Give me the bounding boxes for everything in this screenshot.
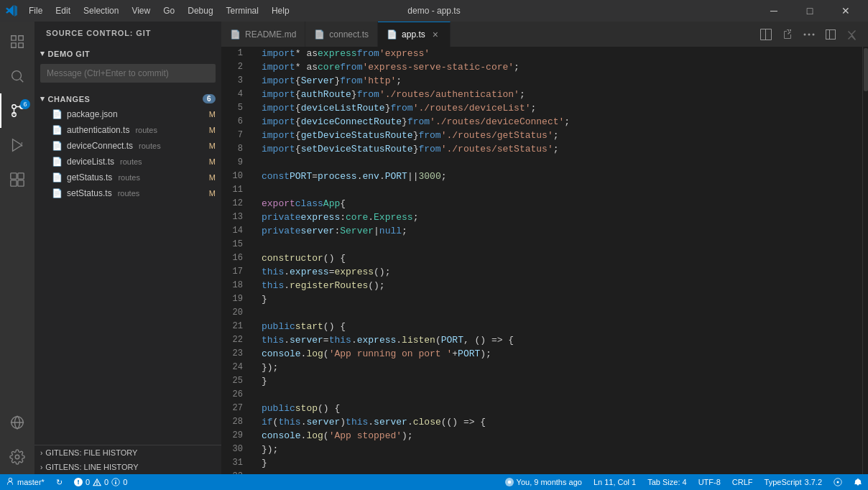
line-number: 17 [221,265,250,279]
svg-point-0 [12,71,22,80]
menu-edit[interactable]: Edit [50,4,76,17]
line-number: 18 [221,279,250,292]
close-button[interactable]: ✕ [829,0,862,22]
code-editor[interactable]: 1234567891011121314151617181920212223242… [221,47,868,474]
file-item-setstatus[interactable]: 📄 setStatus.ts routes M [34,185,221,201]
file-item-devicelist[interactable]: 📄 deviceList.ts routes M [34,154,221,170]
file-route: routes [135,126,157,134]
status-notification[interactable] [848,474,868,490]
branch-icon [6,478,14,486]
menu-selection[interactable]: Selection [78,4,124,17]
svg-point-11 [808,33,811,35]
menu-file[interactable]: File [23,4,48,17]
open-changes-button[interactable] [777,24,798,45]
info-count: 0 [123,478,127,486]
source-control-badge: 6 [20,99,30,109]
status-remote[interactable] [828,474,848,490]
line-number: 26 [221,388,250,402]
activity-remote[interactable] [0,405,34,440]
commit-message-input[interactable] [40,64,216,83]
code-line: import { Server } from 'http'; [262,74,862,88]
status-language[interactable]: TypeScript 3.7.2 [759,474,828,490]
gitlens-line-history-label: GITLENS: LINE HISTORY [45,463,138,471]
line-number: 20 [221,306,250,320]
code-line: this.server = this.express.listen(PORT, … [262,333,862,347]
status-right: You, 9 months ago Ln 11, Col 1 Tab Size:… [499,474,868,490]
line-number: 1 [221,47,250,60]
demo-git-header[interactable]: ▾ DEMO GIT [34,46,221,61]
code-line [262,306,862,320]
status-errors[interactable]: 0 0 0 [68,474,133,490]
menu-debug[interactable]: Debug [182,4,218,17]
status-left: master* ↻ 0 0 0 [0,474,133,490]
chevron-right-icon: › [40,449,42,457]
gitlens-file-history[interactable]: › GITLENS: FILE HISTORY [34,445,221,460]
activity-extensions[interactable] [0,162,34,197]
status-position[interactable]: Ln 11, Col 1 [588,474,642,490]
file-name: deviceList.ts [67,157,114,167]
toggle-sidebar-button[interactable] [821,24,841,45]
activity-source-control[interactable]: 6 [0,93,34,128]
activity-search[interactable] [0,59,34,93]
code-line: import { deviceListRoute } from './route… [262,101,862,115]
tab-connect[interactable]: 📄 connect.ts [305,22,378,47]
activity-run[interactable] [0,128,34,162]
status-gitlens[interactable]: You, 9 months ago [499,474,588,490]
activity-settings[interactable] [0,440,34,474]
code-content[interactable]: import * as express from 'express'import… [256,47,862,474]
tab-label-readme: README.md [245,29,296,40]
code-line [262,388,862,402]
line-number: 30 [221,443,250,456]
error-count: 0 [86,478,90,486]
line-ending-label: CRLF [732,478,753,486]
svg-point-1 [12,105,17,109]
gitlens-line-history[interactable]: › GITLENS: LINE HISTORY [34,460,221,474]
split-editor-button[interactable] [756,24,776,45]
menu-help[interactable]: Help [266,4,295,17]
maximize-button[interactable]: □ [793,0,826,22]
gitlens-icon [505,478,514,486]
line-number: 11 [221,183,250,197]
file-item-getstatus[interactable]: 📄 getStatus.ts routes M [34,170,221,185]
line-number: 16 [221,251,250,265]
chevron-down-icon: ▾ [40,49,45,58]
tab-close-button[interactable]: × [430,29,441,40]
activity-explorer[interactable] [0,24,34,59]
window-controls: ─ □ ✕ [757,0,862,22]
code-line: } [262,374,862,388]
line-number: 13 [221,211,250,224]
code-line: import { authRoute } from './routes/auth… [262,88,862,101]
line-number: 12 [221,197,250,211]
file-item-package-json[interactable]: 📄 package.json M [34,106,221,122]
changes-header[interactable]: ▾ CHANGES 6 [34,91,221,106]
menu-terminal[interactable]: Terminal [221,4,264,17]
file-icon-connect: 📄 [314,29,325,40]
status-tab-size[interactable]: Tab Size: 4 [642,474,692,490]
file-item-deviceconnect[interactable]: 📄 deviceConnect.ts routes M [34,138,221,154]
menu-view[interactable]: View [126,4,156,17]
line-number: 29 [221,429,250,443]
more-actions-button[interactable] [799,24,819,45]
editor-area: 📄 README.md 📄 connect.ts 📄 app.ts × [221,22,868,474]
file-item-authentication[interactable]: 📄 authentication.ts routes M [34,122,221,138]
sidebar-footer: › GITLENS: FILE HISTORY › GITLENS: LINE … [34,445,221,474]
file-route: routes [118,173,140,182]
code-line: import { setDeviceStatusRoute } from './… [262,142,862,156]
tab-readme[interactable]: 📄 README.md [221,22,305,47]
code-line: const PORT = process.env.PORT || 3000; [262,170,862,183]
code-line: console.log('App stopped'); [262,429,862,443]
status-branch[interactable]: master* [0,474,50,490]
status-line-ending[interactable]: CRLF [726,474,759,490]
line-number: 15 [221,238,250,251]
status-encoding[interactable]: UTF-8 [693,474,726,490]
tab-app[interactable]: 📄 app.ts × [378,22,451,47]
code-line: if (this.server) this.server.close(() =>… [262,415,862,429]
status-sync[interactable]: ↻ [50,474,68,490]
split-right-button[interactable] [842,24,862,45]
minimize-button[interactable]: ─ [757,0,790,22]
file-name: getStatus.ts [67,172,112,182]
sync-icon: ↻ [56,478,63,487]
error-icon [74,478,83,486]
menu-go[interactable]: Go [157,4,180,17]
tab-actions [756,24,868,45]
